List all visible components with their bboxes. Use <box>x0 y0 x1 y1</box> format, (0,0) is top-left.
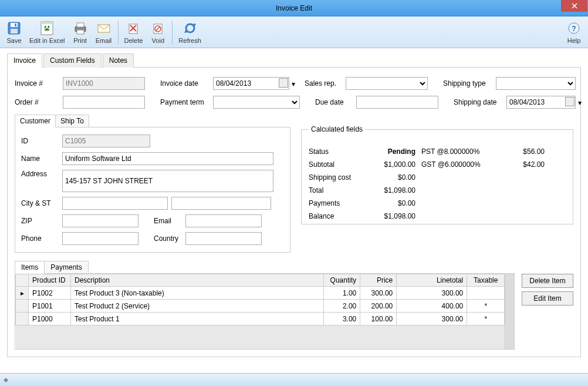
pst-label: PST @8.000000% <box>421 147 492 156</box>
refresh-button[interactable]: Refresh <box>175 19 205 45</box>
chevron-down-icon[interactable]: ▾ <box>292 80 295 88</box>
calc-legend: Calculated fields <box>309 125 365 133</box>
cell-taxable[interactable]: * <box>467 313 505 325</box>
customer-address-label: Address <box>21 170 59 178</box>
col-price[interactable]: Price <box>360 274 397 287</box>
cell-price[interactable]: 100.00 <box>360 313 397 325</box>
state-input[interactable] <box>171 197 271 210</box>
window-title: Invoice Edit <box>0 4 588 12</box>
help-button[interactable]: ? Help <box>562 19 586 45</box>
cell-linetotal[interactable]: 400.00 <box>397 300 467 313</box>
calendar-icon[interactable] <box>279 78 288 88</box>
statusbar <box>0 373 588 386</box>
tab-invoice[interactable]: Invoice <box>7 53 42 68</box>
invoice-date-input[interactable] <box>213 77 289 90</box>
zip-input[interactable] <box>62 214 138 227</box>
col-product-id[interactable]: Product ID <box>29 274 71 287</box>
svg-rect-3 <box>15 24 16 26</box>
delete-button[interactable]: Delete <box>121 19 147 45</box>
svg-text:X: X <box>45 23 49 31</box>
cell-product-id[interactable]: P1002 <box>29 287 71 300</box>
save-button[interactable]: Save <box>2 19 26 45</box>
tab-custom-fields[interactable]: Custom Fields <box>43 53 102 68</box>
row-selector[interactable]: ▸ <box>16 287 29 300</box>
customer-id-input[interactable] <box>62 135 150 147</box>
chevron-down-icon[interactable]: ▾ <box>578 99 582 107</box>
due-date-input[interactable] <box>356 96 438 109</box>
payments-label: Payments <box>309 199 361 207</box>
shipping-type-select[interactable] <box>496 77 576 90</box>
phone-input[interactable] <box>62 232 138 245</box>
tab-payments[interactable]: Payments <box>44 261 88 274</box>
payment-term-select[interactable] <box>213 96 300 109</box>
edit-excel-button[interactable]: X Edit in Excel <box>26 19 69 45</box>
cell-description[interactable]: Test Product 2 (Service) <box>71 300 324 313</box>
col-description[interactable]: Description <box>71 274 324 287</box>
delete-item-button[interactable]: Delete Item <box>522 274 573 288</box>
due-date-label: Due date <box>315 98 353 106</box>
delete-icon <box>125 20 141 36</box>
shipping-cost-label: Shipping cost <box>309 173 361 182</box>
row-header-blank <box>16 274 29 287</box>
col-linetotal[interactable]: Linetotal <box>397 274 467 287</box>
invoice-number-label: Invoice # <box>15 79 59 88</box>
main-tabs: Invoice Custom Fields Notes <box>7 53 581 68</box>
help-icon: ? <box>566 20 582 36</box>
subtotal-value: $1,000.00 <box>367 160 415 169</box>
tab-customer[interactable]: Customer <box>15 115 56 127</box>
cell-description[interactable]: Test Product 3 (Non-taxable) <box>71 287 324 300</box>
cell-quantity[interactable]: 1.00 <box>324 287 360 300</box>
close-button[interactable] <box>561 0 587 12</box>
cell-taxable[interactable]: * <box>467 300 505 313</box>
calculated-fields: Calculated fields Status Pending PST @8.… <box>301 125 573 224</box>
excel-icon: X <box>39 20 55 36</box>
city-input[interactable] <box>62 197 168 210</box>
cell-price[interactable]: 300.00 <box>360 287 397 300</box>
row-selector[interactable] <box>16 300 29 313</box>
table-row[interactable]: ▸P1002Test Product 3 (Non-taxable)1.0030… <box>16 287 505 300</box>
customer-address-input[interactable] <box>62 170 273 192</box>
cell-price[interactable]: 200.00 <box>360 300 397 313</box>
sales-rep-select[interactable] <box>346 77 428 90</box>
email-input[interactable] <box>185 214 262 227</box>
items-grid: Product ID Description Quantity Price Li… <box>15 273 515 350</box>
country-label: Country <box>154 234 182 243</box>
edit-item-button[interactable]: Edit Item <box>522 291 573 306</box>
print-button[interactable]: Print <box>69 19 92 45</box>
content: Invoice Custom Fields Notes Invoice # In… <box>0 48 588 362</box>
country-input[interactable] <box>185 232 262 245</box>
printer-icon <box>72 20 89 36</box>
cell-product-id[interactable]: P1001 <box>29 300 71 313</box>
scrollbar[interactable] <box>505 274 514 349</box>
calendar-icon[interactable] <box>565 97 575 106</box>
cell-linetotal[interactable]: 300.00 <box>397 313 467 325</box>
table-row[interactable]: P1001Test Product 2 (Service)2.00200.004… <box>16 300 505 313</box>
save-icon <box>6 20 22 36</box>
status-value: Pending <box>367 147 415 156</box>
cell-product-id[interactable]: P1000 <box>29 313 71 325</box>
cell-taxable[interactable] <box>467 287 505 300</box>
customer-name-input[interactable] <box>62 152 273 165</box>
tab-items[interactable]: Items <box>15 261 45 274</box>
cell-quantity[interactable]: 3.00 <box>324 313 360 325</box>
order-number-input[interactable] <box>63 96 145 109</box>
col-quantity[interactable]: Quantity <box>324 274 360 287</box>
cell-description[interactable]: Test Product 1 <box>71 313 324 325</box>
balance-label: Balance <box>309 212 361 220</box>
col-taxable[interactable]: Taxable <box>467 274 505 287</box>
invoice-date-label: Invoice date <box>160 79 209 88</box>
toolbar: Save X Edit in Excel Print Email Delete … <box>0 16 588 48</box>
void-button[interactable]: Void <box>146 19 170 45</box>
invoice-number-input[interactable] <box>63 77 145 90</box>
shipping-date-label: Shipping date <box>454 98 503 106</box>
cell-linetotal[interactable]: 300.00 <box>397 287 467 300</box>
table-row[interactable]: P1000Test Product 13.00100.00300.00* <box>16 313 505 325</box>
cell-quantity[interactable]: 2.00 <box>324 300 360 313</box>
tab-ship-to[interactable]: Ship To <box>55 115 89 127</box>
row-selector[interactable] <box>16 313 29 325</box>
email-button[interactable]: Email <box>92 19 116 45</box>
city-st-label: City & ST <box>21 199 59 207</box>
titlebar: Invoice Edit <box>0 0 588 16</box>
svg-text:?: ? <box>572 25 576 33</box>
tab-notes[interactable]: Notes <box>103 53 134 68</box>
